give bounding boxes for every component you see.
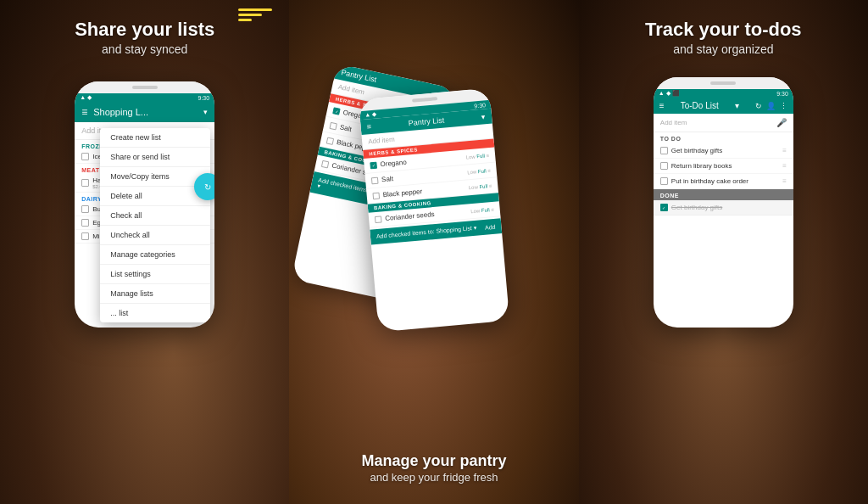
- phone-front: ▲ ◆ 9:30 ≡ Pantry List ▾ Add item HERBS …: [359, 88, 509, 332]
- accent-line-3: [238, 19, 252, 21]
- right-panel: Track your to-dos and stay organized ▲ ◆…: [579, 0, 868, 504]
- phones-middle: Pantry List ▾ Add item HERBS & SPICES ✓ …: [289, 64, 578, 420]
- left-heading-sub: and stay synced: [75, 42, 214, 56]
- item-checkbox: [375, 216, 382, 223]
- done-checkbox: ✓: [660, 204, 668, 211]
- accent-line-1: [238, 8, 272, 11]
- manage-categories-option[interactable]: Manage categories: [100, 245, 210, 265]
- create-new-list-option[interactable]: Create new list: [100, 128, 210, 148]
- item-checkbox: [81, 153, 89, 160]
- status-icons: ▲ ◆ ⬛: [659, 90, 680, 97]
- item-label: Black pepper: [382, 188, 422, 199]
- item-label: Oregano: [380, 159, 407, 169]
- phone-left: ▲ ◆ 9:30 ≡ Shopping L... ▾ Add item FROZ…: [75, 81, 214, 328]
- hamburger-icon: ≡: [81, 106, 87, 118]
- todo-section-header: TO DO: [654, 132, 793, 143]
- phone-speaker-right: [710, 81, 736, 85]
- context-menu-dropdown[interactable]: Create new list Share or send list Move/…: [100, 128, 210, 322]
- todo-item: Get birthday gifts ≡: [654, 143, 793, 159]
- accent-line-2: [238, 14, 262, 16]
- right-heading: Track your to-dos and stay organized: [645, 0, 802, 56]
- todo-list-title: To-Do List: [681, 101, 719, 110]
- todo-add-bar: Add item 🎤: [654, 114, 793, 132]
- mic-icon: 🎤: [776, 118, 787, 127]
- item-checkbox-checked: ✓: [370, 161, 377, 169]
- drag-handle-icon: ≡: [782, 177, 787, 185]
- list-settings-option[interactable]: List settings: [100, 265, 210, 284]
- add-button-front[interactable]: Add: [485, 223, 496, 230]
- status-time-front: 9:30: [474, 102, 486, 109]
- middle-caption-main: Manage your pantry: [361, 452, 506, 471]
- todo-add-label: Add item: [660, 119, 687, 126]
- item-checkbox: [326, 137, 334, 144]
- phone-header-bar: ≡ Shopping L... ▾: [75, 102, 214, 122]
- item-checkbox: [371, 176, 379, 184]
- todo-checkbox: [660, 162, 668, 170]
- phone-notch-right: [654, 77, 793, 89]
- todo-item-label: Get birthday gifts: [671, 147, 722, 154]
- sync-icon: ↻: [204, 182, 211, 192]
- more-vert-icon: ⋮: [780, 102, 787, 110]
- menu-icon-right: ≡: [659, 101, 665, 110]
- low-full-indicator: Low Full ≡: [470, 206, 494, 213]
- low-full-indicator: Low Full ≡: [469, 182, 492, 189]
- phone-right: ▲ ◆ ⬛ 9:30 ≡ To-Do List ▾ ↻ 👤 ⋮ Add item…: [654, 77, 793, 328]
- item-checkbox: [81, 179, 89, 187]
- low-full-indicator: Low Full ≡: [467, 168, 491, 175]
- done-item-label: Get birthday gifts: [671, 204, 722, 211]
- shopping-list-title: Shopping L...: [93, 107, 148, 117]
- item-checkbox: [372, 192, 380, 199]
- done-item: ✓ Get birthday gifts: [654, 200, 793, 216]
- add-checked-label-front: Add checked items to: Shopping List ▾: [376, 225, 477, 240]
- left-heading-main: Share your lists: [75, 19, 214, 41]
- item-checkbox: [81, 205, 89, 213]
- person-icon: 👤: [766, 102, 776, 110]
- item-label: Coriander seeds: [385, 210, 435, 222]
- accent-decoration: [238, 8, 272, 21]
- more-icon: ▾: [203, 108, 208, 116]
- item-checkbox: [81, 219, 89, 227]
- status-bar: ▲ ◆ 9:30: [75, 93, 214, 102]
- sync-icon-right: ↻: [755, 102, 762, 110]
- share-send-list-option[interactable]: Share or send list: [100, 148, 210, 167]
- todo-header-bar: ≡ To-Do List ▾ ↻ 👤 ⋮: [654, 98, 793, 114]
- item-checkbox: ✓: [333, 107, 341, 115]
- left-heading: Share your lists and stay synced: [75, 0, 214, 56]
- todo-checkbox: [660, 147, 668, 154]
- status-time: 9:30: [198, 95, 210, 101]
- uncheck-all-option[interactable]: Uncheck all: [100, 226, 210, 245]
- middle-caption: Manage your pantry and keep your fridge …: [353, 452, 515, 484]
- middle-caption-sub: and keep your fridge fresh: [361, 471, 506, 484]
- more-option[interactable]: ... list: [100, 304, 210, 322]
- menu-icon: ≡: [366, 122, 371, 131]
- todo-item-label: Return library books: [671, 162, 732, 170]
- done-section-header: DONE: [654, 189, 793, 200]
- right-heading-sub: and stay organized: [645, 42, 802, 56]
- phone-speaker-front: [411, 97, 437, 103]
- right-heading-main: Track your to-dos: [645, 19, 802, 41]
- middle-panel: Pantry List ▾ Add item HERBS & SPICES ✓ …: [289, 0, 578, 504]
- todo-item: Put in birthday cake order ≡: [654, 174, 793, 189]
- low-full-indicator: Low Full ≡: [465, 153, 489, 160]
- item-label: Salt: [381, 175, 394, 183]
- left-panel: Share your lists and stay synced ▲ ◆ 9:3…: [0, 0, 289, 504]
- dropdown-arrow-right: ▾: [735, 101, 739, 110]
- manage-lists-option[interactable]: Manage lists: [100, 284, 210, 304]
- todo-checkbox: [660, 177, 668, 185]
- item-checkbox: [330, 121, 337, 129]
- status-icons: ▲ ◆: [364, 110, 377, 118]
- phone-bottom-space: [654, 216, 793, 241]
- status-icons: ▲ ◆: [80, 94, 92, 101]
- item-label: Salt: [339, 123, 352, 133]
- item-checkbox: [81, 232, 89, 240]
- item-checkbox: [321, 160, 329, 167]
- phone-notch: [75, 81, 214, 93]
- status-time-right: 9:30: [776, 91, 788, 97]
- drag-handle-icon: ≡: [782, 162, 787, 170]
- todo-item-label: Put in birthday cake order: [671, 177, 748, 185]
- phone-speaker: [132, 86, 158, 89]
- check-all-option[interactable]: Check all: [100, 206, 210, 226]
- drag-handle-icon: ≡: [782, 147, 787, 154]
- todo-item: Return library books ≡: [654, 159, 793, 174]
- pantry-title-front: Pantry List: [408, 116, 444, 128]
